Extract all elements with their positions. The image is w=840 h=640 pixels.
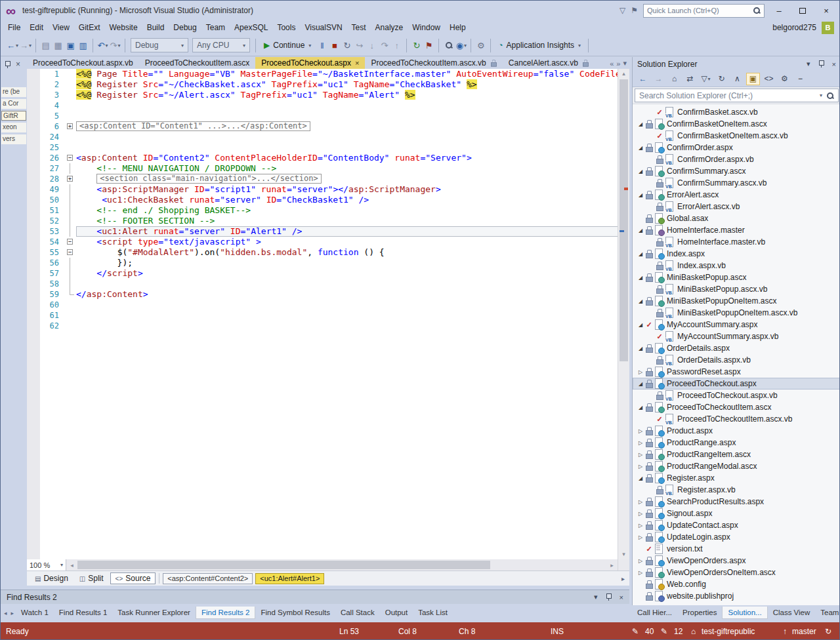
breakpoint-gutter[interactable] bbox=[27, 216, 40, 226]
code-line[interactable]: 26−<asp:Content ID="Content2" ContentPla… bbox=[27, 153, 629, 163]
close-icon[interactable]: × bbox=[620, 593, 623, 601]
tree-item[interactable]: ◢ConfirmSummary.ascx bbox=[633, 165, 840, 177]
tree-item[interactable]: ◢Index.aspx bbox=[633, 248, 840, 260]
tabs-scroll-right-icon[interactable]: ▸ bbox=[9, 607, 16, 620]
tool-tab-properties[interactable]: Properties bbox=[677, 607, 722, 619]
collapse-arrow-icon[interactable]: ◢ bbox=[637, 121, 644, 127]
menu-debug[interactable]: Debug bbox=[169, 21, 201, 34]
zoom-select[interactable]: 100 % ▾ bbox=[27, 559, 66, 570]
tree-item[interactable]: ConfirmOrder.aspx.vb bbox=[633, 153, 840, 165]
breakpoint-gutter[interactable] bbox=[27, 258, 40, 268]
tree-item[interactable]: ✓ProceedToCheckoutItem.ascx.vb bbox=[633, 413, 840, 425]
hot-reload-button[interactable]: ↻ bbox=[410, 38, 423, 52]
tree-item[interactable]: ✓ConfirmBasketOneItem.ascx.vb bbox=[633, 130, 840, 142]
expand-arrow-icon[interactable]: ▷ bbox=[637, 428, 644, 434]
outline-collapse-icon[interactable]: − bbox=[67, 239, 73, 245]
breakpoint-gutter[interactable] bbox=[27, 111, 40, 121]
open-file-button[interactable]: ▦ bbox=[52, 38, 64, 52]
collapse-arrow-icon[interactable]: ◢ bbox=[637, 251, 644, 257]
tree-item[interactable]: ▷ProductRange.aspx bbox=[633, 437, 840, 449]
break-all-button[interactable]: ‖ bbox=[316, 38, 328, 52]
code-line[interactable]: 52 <!-- FOOTER SECTION --> bbox=[27, 216, 629, 226]
code-text[interactable] bbox=[76, 100, 629, 111]
breadcrumb-tag[interactable]: <asp:Content#Content2> bbox=[163, 573, 253, 584]
outline-expand-icon[interactable]: + bbox=[67, 123, 73, 129]
user-avatar[interactable]: B bbox=[822, 22, 834, 34]
collapse-arrow-icon[interactable]: ◢ bbox=[637, 346, 644, 351]
code-text[interactable]: <%@ Register Src="~/CheckBasket.ascx" Ta… bbox=[76, 79, 629, 90]
docked-tab-fragment[interactable]: a Cor bbox=[1, 99, 26, 109]
code-line[interactable]: 58 bbox=[27, 279, 629, 289]
code-line[interactable]: 62 bbox=[27, 321, 629, 331]
application-insights-dropdown[interactable]: ◔Application Insights▾ bbox=[494, 38, 585, 52]
se-switch-views-button[interactable]: − bbox=[793, 73, 807, 85]
collapse-arrow-icon[interactable]: ◢ bbox=[637, 192, 644, 198]
close-icon[interactable]: × bbox=[16, 60, 20, 69]
tab-scroll-right-icon[interactable]: » bbox=[616, 60, 620, 68]
tree-item[interactable]: ✓MyAccountSummary.aspx.vb bbox=[633, 330, 840, 342]
breakpoint-gutter[interactable] bbox=[27, 163, 40, 174]
tree-item[interactable]: MiniBasketPopup.ascx.vb bbox=[633, 283, 840, 295]
code-line[interactable]: 54− <script type="text/javascript" > bbox=[27, 237, 629, 247]
navigate-back-button[interactable]: ←▾ bbox=[6, 38, 19, 52]
branch-icon[interactable]: ↑ bbox=[783, 627, 787, 636]
solution-platforms-dropdown[interactable]: Any CPU▾ bbox=[192, 38, 250, 52]
breakpoint-gutter[interactable] bbox=[27, 268, 40, 279]
scrollbar-thumb[interactable] bbox=[77, 561, 490, 569]
pending-edits-count[interactable]: 40 bbox=[645, 627, 654, 636]
menu-website[interactable]: Website bbox=[105, 21, 142, 34]
editor-tab[interactable]: ProceedToCheckout.aspx× bbox=[255, 57, 365, 69]
docked-tab-fragment[interactable]: vers bbox=[1, 134, 26, 144]
outline-expand-icon[interactable]: + bbox=[67, 176, 73, 182]
tool-tab-find-results-1[interactable]: Find Results 1 bbox=[54, 607, 113, 619]
expand-arrow-icon[interactable]: ▷ bbox=[637, 570, 644, 576]
expand-arrow-icon[interactable]: ▷ bbox=[637, 511, 644, 517]
collapse-arrow-icon[interactable]: ◢ bbox=[637, 322, 644, 328]
code-line[interactable]: 3<%@ Register Src="~/Alert.ascx" TagPref… bbox=[27, 90, 629, 100]
outline-glyph[interactable]: − bbox=[65, 153, 76, 163]
editor-tab[interactable]: CancelAlert.ascx.vb bbox=[503, 57, 595, 69]
se-back-button[interactable]: ← bbox=[636, 73, 650, 85]
code-text[interactable] bbox=[76, 310, 629, 321]
tree-item[interactable]: ▷SearchProductResults.aspx bbox=[633, 496, 840, 508]
code-text[interactable]: <!-- MENU NAVIGATION / DROPDOWN --> bbox=[76, 163, 629, 174]
restart-button[interactable]: ↻ bbox=[341, 38, 353, 52]
pending-edits-icon[interactable]: ✎ bbox=[632, 627, 639, 636]
collapse-arrow-icon[interactable]: ◢ bbox=[637, 275, 644, 281]
tree-item[interactable]: OrderDetails.aspx.vb bbox=[633, 354, 840, 366]
se-view-code-button[interactable]: <> bbox=[762, 73, 776, 85]
stop-debugging-button[interactable]: ■ bbox=[328, 38, 341, 52]
tree-item[interactable]: ErrorAlert.ascx.vb bbox=[633, 201, 840, 212]
editor-tab[interactable]: ProceedToCheckoutItem.ascx bbox=[139, 57, 255, 69]
quick-launch-input[interactable]: Quick Launch (Ctrl+Q) bbox=[643, 4, 765, 18]
tree-item[interactable]: ▷ProductRangeItem.ascx bbox=[633, 449, 840, 460]
outline-collapse-icon[interactable]: − bbox=[67, 155, 73, 161]
outline-glyph[interactable]: + bbox=[65, 174, 76, 184]
menu-build[interactable]: Build bbox=[142, 21, 169, 34]
tree-item[interactable]: ConfirmSummary.ascx.vb bbox=[633, 177, 840, 189]
tree-item[interactable]: ▷Signout.aspx bbox=[633, 508, 840, 519]
code-line[interactable]: 61 bbox=[27, 310, 629, 321]
menu-visualsvn[interactable]: VisualSVN bbox=[300, 21, 346, 34]
code-line[interactable]: 28+ <section class="main-navigation">...… bbox=[27, 174, 629, 184]
code-text[interactable]: <asp:Content ID="Content1" ...>...</asp:… bbox=[76, 121, 629, 132]
scroll-left-icon[interactable]: ◂ bbox=[66, 562, 77, 569]
tree-item[interactable]: ▷ProductRangeModal.ascx bbox=[633, 460, 840, 472]
se-collapse-all-button[interactable]: ∧ bbox=[730, 73, 744, 85]
code-line[interactable]: 6+<asp:Content ID="Content1" ...>...</as… bbox=[27, 121, 629, 132]
code-text[interactable]: </asp:Content> bbox=[76, 289, 629, 300]
branch-name[interactable]: master bbox=[792, 627, 816, 636]
horizontal-scrollbar[interactable] bbox=[77, 559, 606, 570]
breakpoint-gutter[interactable] bbox=[27, 237, 40, 247]
menu-file[interactable]: File bbox=[3, 21, 25, 34]
code-text[interactable] bbox=[76, 321, 629, 331]
tree-item[interactable]: ▷ViewOpenOrders.aspx bbox=[633, 555, 840, 567]
undo-button[interactable]: ↶▾ bbox=[96, 38, 109, 52]
code-line[interactable]: 51 <!-- end ./ Shopping BASKET--> bbox=[27, 205, 629, 216]
outline-glyph[interactable]: − bbox=[65, 247, 76, 258]
tab-list-icon[interactable]: ▾ bbox=[623, 59, 627, 68]
code-text[interactable]: <!-- FOOTER SECTION --> bbox=[76, 216, 629, 226]
tree-item[interactable]: HomeInterface.master.vb bbox=[633, 236, 840, 248]
window-position-icon[interactable]: ▾ bbox=[594, 593, 598, 601]
scrollbar-thumb[interactable] bbox=[620, 79, 628, 361]
